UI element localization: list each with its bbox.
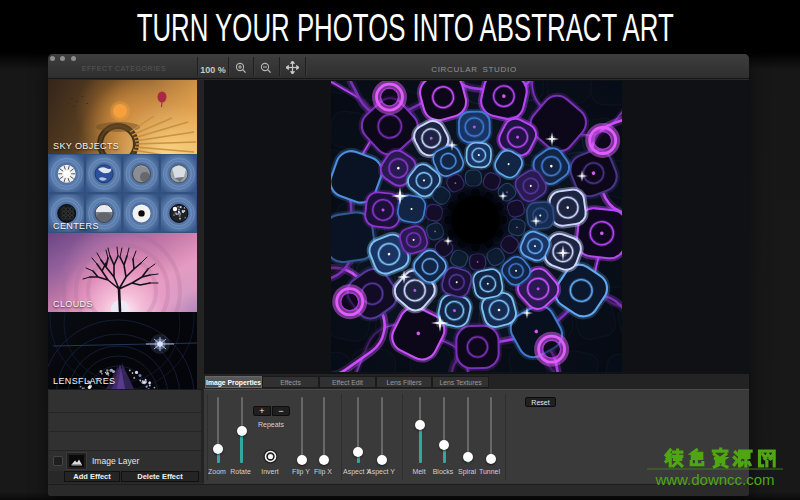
svg-text:www.downcc.com: www.downcc.com xyxy=(654,471,774,488)
